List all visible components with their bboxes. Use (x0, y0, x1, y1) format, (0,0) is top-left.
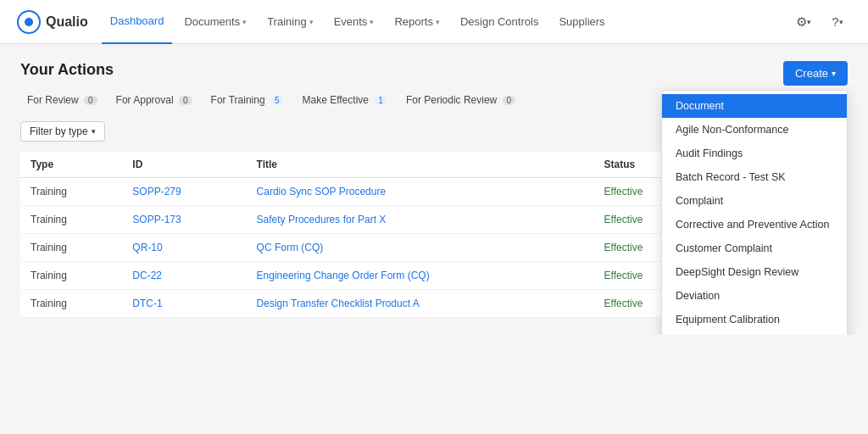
cell-title[interactable]: Engineering Change Order Form (CQ) (247, 262, 594, 290)
tab-periodic-review[interactable]: For Periodic Review 0 (399, 91, 522, 109)
create-dropdown-menu: DocumentAgile Non-ConformanceAudit Findi… (661, 90, 848, 335)
cell-type: Training (20, 262, 122, 290)
cell-type: Training (20, 206, 122, 234)
dropdown-item-audit-findings[interactable]: Audit Findings (662, 142, 847, 165)
cell-type: Training (20, 178, 122, 206)
chevron-down-icon: ▾ (436, 18, 440, 26)
tab-make-effective[interactable]: Make Effective 1 (295, 91, 393, 109)
nav-events[interactable]: Events ▾ (326, 0, 383, 44)
dropdown-item-complaint[interactable]: Complaint (662, 189, 847, 213)
dropdown-item-feedback[interactable]: Feedback (662, 331, 847, 335)
dropdown-item-corrective-and-preventive-action[interactable]: Corrective and Preventive Action (662, 213, 847, 236)
brand-icon (17, 10, 41, 34)
nav-training[interactable]: Training ▾ (259, 0, 321, 44)
help-button[interactable]: ? ▾ (824, 8, 851, 36)
nav-suppliers[interactable]: Suppliers (550, 0, 613, 44)
nav-documents[interactable]: Documents ▾ (175, 0, 255, 44)
cell-title[interactable]: Design Transfer Checklist Product A (247, 290, 594, 318)
cell-type: Training (20, 234, 122, 262)
tab-for-approval[interactable]: For Approval 0 (109, 91, 199, 109)
cell-title[interactable]: QC Form (CQ) (247, 234, 594, 262)
main-content: Your Actions For Review 0 For Approval 0… (0, 44, 868, 335)
dropdown-item-document[interactable]: Document (662, 94, 847, 118)
nav-reports[interactable]: Reports ▾ (386, 0, 448, 44)
cell-title[interactable]: Cardio Sync SOP Procedure (247, 178, 594, 206)
cell-id[interactable]: QR-10 (122, 234, 246, 262)
col-type: Type (20, 152, 122, 178)
dropdown-item-deviation[interactable]: Deviation (662, 284, 847, 308)
cell-id[interactable]: SOPP-173 (122, 206, 246, 234)
dropdown-item-agile-non-conformance[interactable]: Agile Non-Conformance (662, 118, 847, 142)
chevron-down-icon: ▾ (309, 18, 314, 26)
dropdown-item-batch-record---test-sk[interactable]: Batch Record - Test SK (662, 165, 847, 189)
brand-logo[interactable]: Qualio (17, 10, 88, 34)
dropdown-item-customer-complaint[interactable]: Customer Complaint (662, 236, 847, 260)
chevron-down-icon: ▾ (92, 127, 96, 136)
dropdown-item-deepsight-design-review[interactable]: DeepSight Design Review (662, 260, 847, 284)
settings-button[interactable]: ⚙ ▾ (790, 8, 817, 36)
chevron-down-icon: ▾ (242, 18, 247, 26)
col-title: Title (247, 152, 594, 178)
tab-for-review[interactable]: For Review 0 (20, 91, 104, 109)
chevron-down-icon: ▾ (832, 69, 836, 78)
dropdown-item-equipment-calibration[interactable]: Equipment Calibration (662, 308, 847, 331)
cell-id[interactable]: SOPP-279 (122, 178, 246, 206)
nav-design-controls[interactable]: Design Controls (452, 0, 548, 44)
nav-right-actions: ⚙ ▾ ? ▾ (790, 8, 851, 36)
col-id: ID (122, 152, 246, 178)
brand-name: Qualio (46, 14, 88, 30)
cell-type: Training (20, 290, 122, 318)
chevron-down-icon: ▾ (807, 18, 811, 26)
tab-for-training[interactable]: For Training 5 (204, 91, 291, 109)
nav-dashboard[interactable]: Dashboard (102, 0, 173, 44)
cell-id[interactable]: DC-22 (122, 262, 246, 290)
page-title: Your Actions (20, 61, 848, 79)
navbar: Qualio Dashboard Documents ▾ Training ▾ … (0, 0, 868, 44)
chevron-down-icon: ▾ (839, 18, 843, 26)
cell-title[interactable]: Safety Procedures for Part X (247, 206, 594, 234)
help-icon: ? (832, 14, 838, 29)
gear-icon: ⚙ (796, 14, 807, 30)
chevron-down-icon: ▾ (370, 18, 374, 26)
create-button[interactable]: Create ▾ (783, 61, 848, 86)
cell-id[interactable]: DTC-1 (122, 290, 246, 318)
filter-by-type-button[interactable]: Filter by type ▾ (20, 121, 105, 142)
